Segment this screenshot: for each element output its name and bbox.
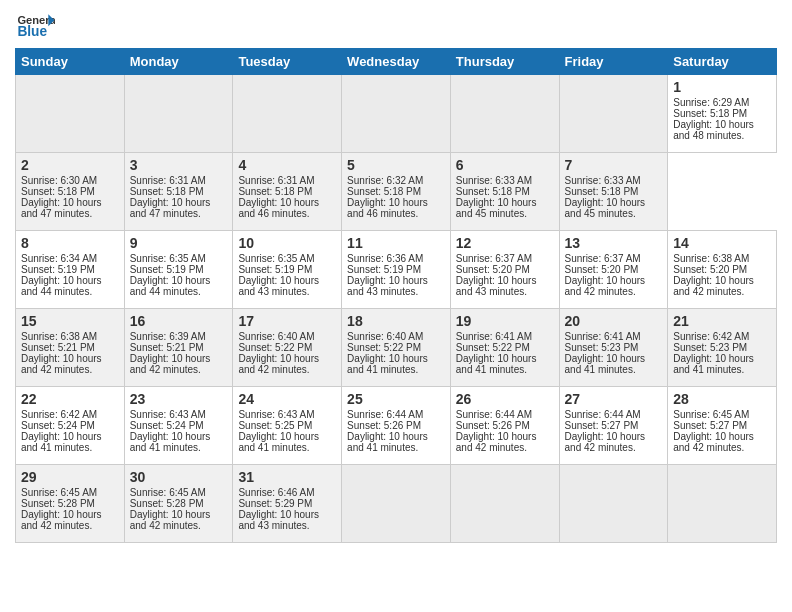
day-number: 30 [130,469,228,485]
header: General Blue [15,10,777,40]
sunset-text: Sunset: 5:27 PM [673,420,747,431]
calendar-cell: 6Sunrise: 6:33 AMSunset: 5:18 PMDaylight… [450,153,559,231]
sunrise-text: Sunrise: 6:30 AM [21,175,97,186]
calendar-cell: 2Sunrise: 6:30 AMSunset: 5:18 PMDaylight… [16,153,125,231]
daylight-minutes: and 42 minutes. [565,286,636,297]
sunset-text: Sunset: 5:18 PM [238,186,312,197]
calendar-cell: 28Sunrise: 6:45 AMSunset: 5:27 PMDayligh… [668,387,777,465]
sunrise-text: Sunrise: 6:29 AM [673,97,749,108]
sunrise-text: Sunrise: 6:33 AM [565,175,641,186]
daylight-hours: Daylight: 10 hours [21,275,102,286]
sunrise-text: Sunrise: 6:44 AM [456,409,532,420]
daylight-hours: Daylight: 10 hours [130,197,211,208]
calendar-cell [450,75,559,153]
calendar-cell [124,75,233,153]
daylight-minutes: and 45 minutes. [456,208,527,219]
calendar-cell [559,465,668,543]
week-row-2: 2Sunrise: 6:30 AMSunset: 5:18 PMDaylight… [16,153,777,231]
calendar-cell: 9Sunrise: 6:35 AMSunset: 5:19 PMDaylight… [124,231,233,309]
day-number: 6 [456,157,554,173]
daylight-hours: Daylight: 10 hours [565,353,646,364]
sunset-text: Sunset: 5:20 PM [456,264,530,275]
daylight-hours: Daylight: 10 hours [565,431,646,442]
day-number: 19 [456,313,554,329]
sunrise-text: Sunrise: 6:45 AM [673,409,749,420]
sunrise-text: Sunrise: 6:43 AM [238,409,314,420]
sunset-text: Sunset: 5:26 PM [456,420,530,431]
sunset-text: Sunset: 5:23 PM [673,342,747,353]
daylight-hours: Daylight: 10 hours [21,431,102,442]
day-number: 10 [238,235,336,251]
daylight-hours: Daylight: 10 hours [347,431,428,442]
sunset-text: Sunset: 5:21 PM [130,342,204,353]
daylight-hours: Daylight: 10 hours [347,353,428,364]
daylight-minutes: and 47 minutes. [130,208,201,219]
sunrise-text: Sunrise: 6:46 AM [238,487,314,498]
day-number: 14 [673,235,771,251]
sunset-text: Sunset: 5:25 PM [238,420,312,431]
sunrise-text: Sunrise: 6:39 AM [130,331,206,342]
daylight-minutes: and 42 minutes. [673,286,744,297]
day-number: 7 [565,157,663,173]
header-row: SundayMondayTuesdayWednesdayThursdayFrid… [16,49,777,75]
daylight-minutes: and 46 minutes. [238,208,309,219]
day-number: 20 [565,313,663,329]
daylight-minutes: and 44 minutes. [130,286,201,297]
day-number: 31 [238,469,336,485]
daylight-minutes: and 46 minutes. [347,208,418,219]
sunset-text: Sunset: 5:18 PM [347,186,421,197]
daylight-hours: Daylight: 10 hours [565,275,646,286]
sunrise-text: Sunrise: 6:38 AM [673,253,749,264]
day-number: 8 [21,235,119,251]
day-header-monday: Monday [124,49,233,75]
daylight-minutes: and 48 minutes. [673,130,744,141]
daylight-hours: Daylight: 10 hours [130,431,211,442]
day-number: 12 [456,235,554,251]
daylight-hours: Daylight: 10 hours [21,197,102,208]
daylight-minutes: and 41 minutes. [673,364,744,375]
daylight-hours: Daylight: 10 hours [21,509,102,520]
calendar-cell: 20Sunrise: 6:41 AMSunset: 5:23 PMDayligh… [559,309,668,387]
day-number: 17 [238,313,336,329]
day-number: 24 [238,391,336,407]
daylight-minutes: and 44 minutes. [21,286,92,297]
daylight-minutes: and 42 minutes. [21,364,92,375]
day-number: 16 [130,313,228,329]
sunrise-text: Sunrise: 6:45 AM [21,487,97,498]
daylight-hours: Daylight: 10 hours [673,119,754,130]
day-number: 27 [565,391,663,407]
calendar-cell [450,465,559,543]
calendar-cell [668,465,777,543]
sunrise-text: Sunrise: 6:45 AM [130,487,206,498]
sunset-text: Sunset: 5:19 PM [238,264,312,275]
daylight-minutes: and 41 minutes. [565,364,636,375]
calendar-cell: 21Sunrise: 6:42 AMSunset: 5:23 PMDayligh… [668,309,777,387]
calendar-cell: 16Sunrise: 6:39 AMSunset: 5:21 PMDayligh… [124,309,233,387]
sunrise-text: Sunrise: 6:42 AM [673,331,749,342]
day-number: 25 [347,391,445,407]
daylight-hours: Daylight: 10 hours [673,353,754,364]
calendar-cell: 18Sunrise: 6:40 AMSunset: 5:22 PMDayligh… [342,309,451,387]
daylight-minutes: and 41 minutes. [347,442,418,453]
calendar-cell: 15Sunrise: 6:38 AMSunset: 5:21 PMDayligh… [16,309,125,387]
sunrise-text: Sunrise: 6:36 AM [347,253,423,264]
sunrise-text: Sunrise: 6:41 AM [456,331,532,342]
sunset-text: Sunset: 5:27 PM [565,420,639,431]
week-row-6: 29Sunrise: 6:45 AMSunset: 5:28 PMDayligh… [16,465,777,543]
daylight-minutes: and 43 minutes. [456,286,527,297]
sunset-text: Sunset: 5:18 PM [456,186,530,197]
sunrise-text: Sunrise: 6:37 AM [456,253,532,264]
daylight-minutes: and 42 minutes. [565,442,636,453]
daylight-hours: Daylight: 10 hours [238,197,319,208]
daylight-hours: Daylight: 10 hours [21,353,102,364]
day-header-sunday: Sunday [16,49,125,75]
daylight-minutes: and 41 minutes. [21,442,92,453]
sunset-text: Sunset: 5:20 PM [673,264,747,275]
day-number: 5 [347,157,445,173]
daylight-hours: Daylight: 10 hours [238,431,319,442]
daylight-hours: Daylight: 10 hours [456,197,537,208]
sunset-text: Sunset: 5:19 PM [347,264,421,275]
calendar-cell [559,75,668,153]
sunset-text: Sunset: 5:28 PM [130,498,204,509]
sunrise-text: Sunrise: 6:32 AM [347,175,423,186]
